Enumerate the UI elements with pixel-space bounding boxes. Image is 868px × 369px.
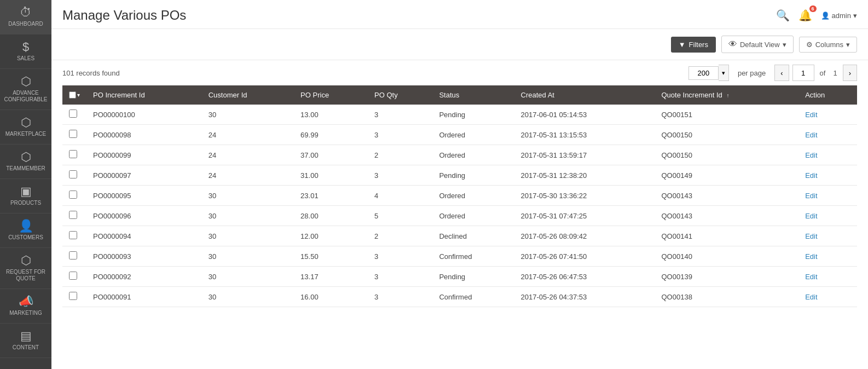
filters-button[interactable]: ▼ Filters <box>671 37 716 53</box>
cell-status: Ordered <box>432 145 514 165</box>
row-checkbox-cell[interactable] <box>62 186 86 206</box>
per-page-arrow[interactable]: ▾ <box>719 65 729 81</box>
sidebar-label-advance-configurable: ADVANCE CONFIGURABLE <box>2 90 49 103</box>
row-checkbox[interactable] <box>69 150 77 158</box>
sidebar-item-teammember[interactable]: ⬡ TEAMMEMBER <box>0 145 51 179</box>
cell-created-at: 2017-05-31 07:47:25 <box>514 206 655 226</box>
filters-label: Filters <box>689 41 708 49</box>
cell-po-id: PO0000094 <box>86 226 202 246</box>
select-all-header[interactable]: ▾ <box>62 85 86 105</box>
row-checkbox-cell[interactable] <box>62 145 86 165</box>
sidebar-icon-teammember: ⬡ <box>21 151 31 163</box>
cell-po-id: PO0000099 <box>86 145 202 165</box>
admin-label: admin <box>832 11 851 20</box>
row-checkbox-cell[interactable] <box>62 125 86 145</box>
col-po-price: PO Price <box>294 85 368 105</box>
page-title: Manage Various POs <box>62 8 186 23</box>
cell-po-qty: 2 <box>368 145 432 165</box>
row-checkbox-cell[interactable] <box>62 287 86 307</box>
sidebar-item-dashboard[interactable]: ⏱ DASHBOARD <box>0 0 51 34</box>
edit-link[interactable]: Edit <box>798 125 857 145</box>
cell-quote-id: QO00138 <box>655 287 799 307</box>
select-all-checkbox[interactable] <box>69 91 76 99</box>
row-checkbox[interactable] <box>69 251 77 260</box>
next-page-button[interactable]: › <box>843 65 857 81</box>
sidebar-item-advance-configurable[interactable]: ⬡ ADVANCE CONFIGURABLE <box>0 69 51 110</box>
sidebar-item-marketing[interactable]: 📣 MARKETING <box>0 289 51 324</box>
edit-link[interactable]: Edit <box>798 267 857 287</box>
search-icon[interactable]: 🔍 <box>776 9 790 22</box>
admin-menu[interactable]: 👤 admin ▾ <box>821 11 857 20</box>
edit-link[interactable]: Edit <box>798 186 857 206</box>
row-checkbox[interactable] <box>69 292 77 300</box>
records-bar: 101 records found ▾ per page ‹ of 1 › <box>51 60 868 85</box>
sidebar-item-customers[interactable]: 👤 CUSTOMERS <box>0 214 51 248</box>
sidebar-label-content: CONTENT <box>13 344 39 351</box>
admin-dropdown-icon: ▾ <box>853 11 857 20</box>
cell-customer-id: 30 <box>202 226 294 246</box>
edit-link[interactable]: Edit <box>798 206 857 226</box>
sidebar-label-teammember: TEAMMEMBER <box>6 165 45 172</box>
edit-link[interactable]: Edit <box>798 145 857 165</box>
sort-icon[interactable]: ↑ <box>726 93 729 99</box>
row-checkbox-cell[interactable] <box>62 165 86 186</box>
edit-link[interactable]: Edit <box>798 165 857 186</box>
table-row: PO0000099 24 37.00 2 Ordered 2017-05-31 … <box>62 145 857 165</box>
cell-quote-id: QO00143 <box>655 186 799 206</box>
page-number-input[interactable] <box>792 65 814 81</box>
sidebar-item-products[interactable]: ▣ PRODUCTS <box>0 179 51 214</box>
cell-customer-id: 30 <box>202 105 294 125</box>
sidebar-item-request-for-quote[interactable]: ⬡ REQUEST FOR QUOTE <box>0 248 51 289</box>
row-checkbox[interactable] <box>69 211 77 219</box>
row-checkbox[interactable] <box>69 130 77 138</box>
cell-created-at: 2017-05-31 13:15:53 <box>514 125 655 145</box>
notification-icon[interactable]: 🔔 6 <box>798 9 812 22</box>
edit-link[interactable]: Edit <box>798 105 857 125</box>
sidebar-icon-products: ▣ <box>20 186 32 198</box>
cell-po-price: 23.01 <box>294 186 368 206</box>
columns-button[interactable]: ⚙ Columns ▾ <box>799 37 857 53</box>
cell-po-qty: 3 <box>368 165 432 186</box>
cell-created-at: 2017-05-26 06:47:53 <box>514 267 655 287</box>
sidebar-icon-marketplace: ⬡ <box>21 117 31 129</box>
row-checkbox-cell[interactable] <box>62 105 86 125</box>
edit-link[interactable]: Edit <box>798 287 857 307</box>
records-count: 101 records found <box>62 69 120 77</box>
row-checkbox[interactable] <box>69 109 77 118</box>
row-checkbox[interactable] <box>69 272 77 280</box>
row-checkbox[interactable] <box>69 170 77 178</box>
cell-po-id: PO0000091 <box>86 287 202 307</box>
sidebar-label-dashboard: DASHBOARD <box>8 21 43 27</box>
cell-po-price: 16.00 <box>294 287 368 307</box>
view-button[interactable]: 👁 Default View ▾ <box>721 36 794 53</box>
table-row: PO0000094 30 12.00 2 Declined 2017-05-26… <box>62 226 857 246</box>
edit-link[interactable]: Edit <box>798 246 857 267</box>
table-body: PO00000100 30 13.00 3 Pending 2017-06-01… <box>62 105 857 307</box>
prev-page-button[interactable]: ‹ <box>774 65 789 81</box>
sidebar: ⏱ DASHBOARD $ SALES ⬡ ADVANCE CONFIGURAB… <box>0 0 51 369</box>
toolbar: ▼ Filters 👁 Default View ▾ ⚙ Columns ▾ <box>51 29 868 60</box>
view-label: Default View <box>740 41 780 49</box>
cell-created-at: 2017-06-01 05:14:53 <box>514 105 655 125</box>
row-checkbox-cell[interactable] <box>62 267 86 287</box>
row-checkbox[interactable] <box>69 191 77 199</box>
row-checkbox[interactable] <box>69 231 77 239</box>
cell-po-price: 13.17 <box>294 267 368 287</box>
row-checkbox-cell[interactable] <box>62 246 86 267</box>
cell-po-qty: 4 <box>368 186 432 206</box>
cell-created-at: 2017-05-31 13:59:17 <box>514 145 655 165</box>
edit-link[interactable]: Edit <box>798 226 857 246</box>
per-page-input[interactable] <box>688 66 719 80</box>
sidebar-item-content[interactable]: ▤ CONTENT <box>0 324 51 358</box>
cell-quote-id: QO00140 <box>655 246 799 267</box>
cell-customer-id: 24 <box>202 125 294 145</box>
row-checkbox-cell[interactable] <box>62 226 86 246</box>
main-content: Manage Various POs 🔍 🔔 6 👤 admin ▾ ▼ Fil… <box>51 0 868 369</box>
cell-po-price: 69.99 <box>294 125 368 145</box>
checkbox-dropdown-icon[interactable]: ▾ <box>77 92 80 98</box>
row-checkbox-cell[interactable] <box>62 206 86 226</box>
cell-po-price: 12.00 <box>294 226 368 246</box>
sidebar-item-sales[interactable]: $ SALES <box>0 34 51 69</box>
sidebar-item-marketplace[interactable]: ⬡ MARKETPLACE <box>0 110 51 145</box>
cell-po-price: 28.00 <box>294 206 368 226</box>
